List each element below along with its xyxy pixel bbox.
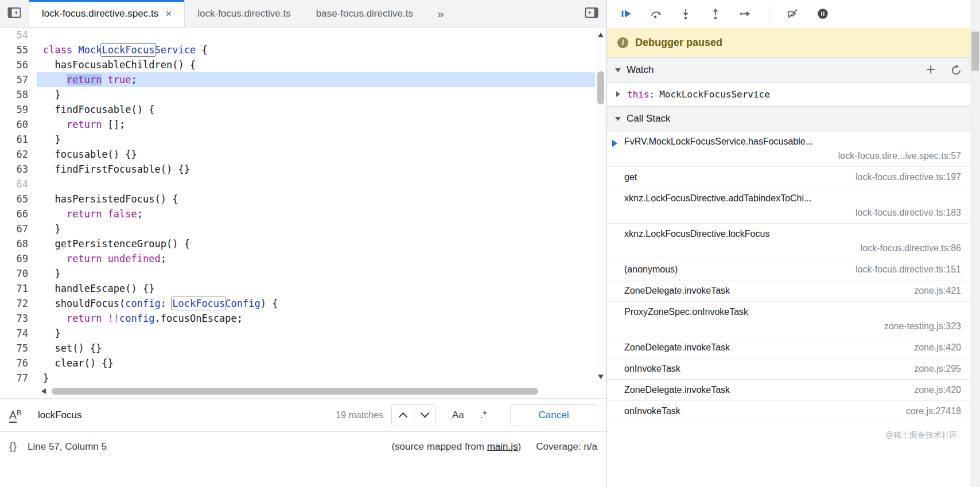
horizontal-scrollbar-thumb[interactable] — [52, 388, 538, 395]
pause-on-exceptions-icon[interactable] — [816, 7, 829, 20]
tab-overflow-button[interactable]: » — [426, 0, 456, 27]
line-number[interactable]: 69 — [0, 251, 37, 266]
code-line: 77} — [0, 371, 595, 384]
code-token: hasPersistedFocus() { — [43, 193, 178, 205]
line-number[interactable]: 59 — [0, 102, 37, 117]
call-stack-frame[interactable]: getlock-focus.directive.ts:197 — [607, 167, 970, 188]
line-number[interactable]: 55 — [0, 42, 37, 57]
line-number[interactable]: 71 — [0, 281, 37, 296]
scroll-up-arrow-icon[interactable] — [598, 33, 604, 37]
match-case-button[interactable]: Aa — [452, 410, 464, 421]
deactivate-breakpoints-icon[interactable] — [787, 7, 799, 20]
call-stack-frame[interactable]: ZoneDelegate.invokeTaskzone.js:420 — [607, 337, 970, 359]
code-token: hasFocusableChildren() { — [43, 59, 196, 71]
match-nav-group — [391, 404, 436, 426]
line-number[interactable]: 67 — [0, 221, 37, 236]
vertical-scrollbar-thumb[interactable] — [597, 71, 604, 104]
line-number[interactable]: 61 — [0, 132, 37, 147]
call-stack-section-header[interactable]: Call Stack — [607, 106, 970, 131]
next-match-button[interactable] — [414, 405, 435, 426]
sidebar-scrollbar[interactable] — [970, 0, 980, 487]
add-watch-expression-icon[interactable]: + — [926, 64, 935, 76]
line-number[interactable]: 63 — [0, 162, 37, 177]
line-number[interactable]: 70 — [0, 266, 37, 281]
code-token — [102, 208, 107, 220]
call-stack-frame[interactable]: xknz.LockFocusDirective.addTabindexToChi… — [607, 188, 970, 224]
step-into-icon[interactable] — [679, 7, 692, 20]
code-line: 75 set() {} — [0, 341, 595, 356]
line-number[interactable]: 57 — [0, 72, 37, 87]
code-line: 61 } — [0, 132, 595, 147]
file-tab[interactable]: lock-focus.directive.spec.ts× — [29, 0, 185, 27]
call-stack-frame[interactable]: onInvokeTaskcore.js:27418 — [607, 401, 970, 422]
call-stack-frame[interactable]: xknz.LockFocusDirective.lockFocuslock-fo… — [607, 224, 970, 259]
code-line: 73 return !!config.focusOnEscape; — [0, 311, 595, 326]
frame-function-name: xknz.LockFocusDirective.lockFocus — [624, 229, 961, 239]
watch-title: Watch — [627, 64, 654, 76]
resume-icon[interactable] — [620, 7, 632, 20]
line-number[interactable]: 58 — [0, 87, 37, 102]
line-number[interactable]: 74 — [0, 326, 37, 341]
scroll-down-arrow-icon[interactable] — [598, 375, 604, 379]
call-stack-frame[interactable]: FvRV.MockLockFocusService.hasFocusable..… — [607, 131, 970, 167]
line-number[interactable]: 72 — [0, 296, 37, 311]
search-input[interactable] — [38, 410, 336, 421]
line-number[interactable]: 75 — [0, 341, 37, 356]
line-number[interactable]: 77 — [0, 371, 37, 384]
code-area[interactable]: 5455class MockLockFocusService {56 hasFo… — [0, 28, 595, 384]
frame-function-name: onInvokeTask — [624, 364, 680, 374]
code-line-content: focusable() {} — [37, 147, 595, 162]
expand-triangle-icon[interactable] — [616, 91, 620, 97]
call-stack-frame[interactable]: ProxyZoneSpec.onInvokeTaskzone-testing.j… — [607, 302, 970, 337]
code-line: 65 hasPersistedFocus() { — [0, 192, 595, 207]
code-line: 56 hasFocusableChildren() { — [0, 57, 595, 72]
previous-match-button[interactable] — [392, 405, 414, 426]
file-tab[interactable]: base-focus.directive.ts — [304, 0, 426, 27]
code-token: shouldFocus( — [43, 298, 125, 309]
step-icon[interactable] — [739, 7, 752, 20]
refresh-watch-icon[interactable] — [950, 64, 962, 76]
frame-row: ZoneDelegate.invokeTaskzone.js:420 — [624, 342, 961, 353]
sidebar-scrollbar-thumb[interactable] — [971, 32, 979, 71]
show-navigator-button[interactable] — [0, 0, 29, 27]
main-js-link[interactable]: main.js — [487, 441, 518, 452]
line-number[interactable]: 62 — [0, 147, 37, 162]
file-tab[interactable]: lock-focus.directive.ts — [185, 0, 304, 27]
line-number[interactable]: 68 — [0, 236, 37, 251]
frame-location: zone-testing.js:323 — [624, 321, 961, 332]
step-over-icon[interactable] — [650, 7, 662, 20]
code-line: 70 } — [0, 266, 595, 281]
regex-button[interactable]: .* — [480, 410, 487, 421]
collapse-triangle-icon[interactable] — [615, 117, 621, 121]
call-stack-frame[interactable]: ZoneDelegate.invokeTaskzone.js:420 — [607, 380, 970, 401]
line-number[interactable]: 65 — [0, 192, 37, 207]
cancel-button[interactable]: Cancel — [510, 404, 597, 426]
line-number[interactable]: 76 — [0, 356, 37, 371]
watch-entry[interactable]: this: MockLockFocusService — [607, 83, 970, 106]
editor-vertical-scrollbar[interactable] — [595, 28, 606, 384]
call-stack-frame[interactable]: (anonymous)lock-focus.directive.ts:151 — [607, 259, 970, 280]
code-line: 72 shouldFocus(config: LockFocusConfig) … — [0, 296, 595, 311]
show-debugger-sidebar-button[interactable] — [577, 0, 606, 27]
editor-horizontal-scrollbar[interactable] — [0, 384, 606, 398]
code-token — [72, 44, 78, 56]
pretty-print-icon[interactable]: {} — [9, 441, 17, 453]
line-number[interactable]: 66 — [0, 207, 37, 221]
collapse-triangle-icon[interactable] — [615, 68, 621, 72]
line-number[interactable]: 54 — [0, 28, 37, 42]
watch-section-header[interactable]: Watch + — [607, 57, 970, 83]
code-token: true — [108, 74, 131, 85]
call-stack-frame[interactable]: onInvokeTaskzone.js:295 — [607, 359, 970, 380]
line-number[interactable]: 64 — [0, 177, 37, 192]
line-number[interactable]: 56 — [0, 57, 37, 72]
line-number[interactable]: 73 — [0, 311, 37, 326]
line-number[interactable]: 60 — [0, 117, 37, 132]
watch-value: MockLockFocusService — [659, 89, 770, 100]
step-out-icon[interactable] — [709, 7, 722, 20]
code-token: } — [43, 223, 61, 235]
scroll-left-arrow-icon[interactable] — [41, 388, 46, 394]
close-tab-icon[interactable]: × — [165, 8, 172, 19]
call-stack-frame[interactable]: ZoneDelegate.invokeTaskzone.js:421 — [607, 280, 970, 302]
call-stack-title: Call Stack — [627, 113, 671, 124]
code-token — [43, 313, 67, 324]
